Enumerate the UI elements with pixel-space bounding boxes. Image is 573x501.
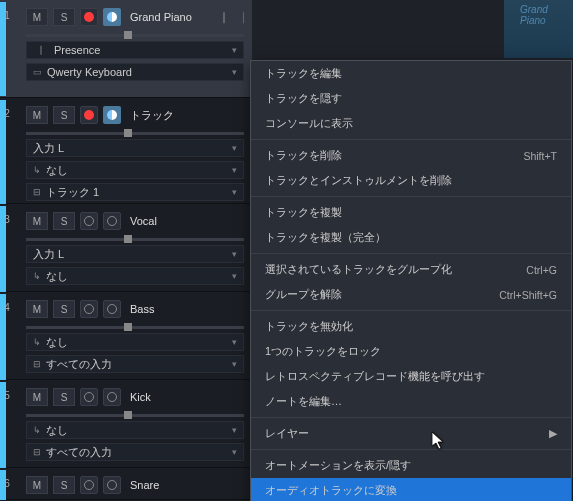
- mute-button[interactable]: M: [26, 388, 48, 406]
- record-icon: [84, 304, 94, 314]
- instrument-dropdown[interactable]: ⎹⎸Presence: [26, 41, 244, 59]
- solo-button[interactable]: S: [53, 300, 75, 318]
- menu-item[interactable]: レイヤー▶: [251, 421, 571, 446]
- menu-item[interactable]: トラックを隠す: [251, 86, 571, 111]
- monitor-button[interactable]: [103, 106, 121, 124]
- volume-slider[interactable]: [26, 238, 244, 241]
- track-name[interactable]: Bass: [130, 303, 154, 315]
- volume-slider[interactable]: [26, 132, 244, 135]
- solo-button[interactable]: S: [53, 8, 75, 26]
- record-icon: [84, 392, 94, 402]
- mute-button[interactable]: M: [26, 476, 48, 494]
- track-2[interactable]: 2 M S トラック 入力 L ↳なし ⊟トラック 1: [0, 98, 252, 204]
- record-arm-button[interactable]: [80, 212, 98, 230]
- mute-button[interactable]: M: [26, 8, 48, 26]
- menu-label: ノートを編集…: [265, 394, 342, 409]
- input-dropdown[interactable]: ▭Qwerty Keyboard: [26, 63, 244, 81]
- track-name[interactable]: Kick: [130, 391, 151, 403]
- input-dropdown[interactable]: ⊟すべての入力: [26, 443, 244, 461]
- menu-item[interactable]: トラックを削除Shift+T: [251, 143, 571, 168]
- menu-item[interactable]: コンソールに表示: [251, 111, 571, 136]
- menu-item: グループを解除Ctrl+Shift+G: [251, 282, 571, 307]
- menu-item[interactable]: オーディオトラックに変換: [251, 478, 571, 501]
- menu-item[interactable]: オートメーションを表示/隠す: [251, 453, 571, 478]
- slider-thumb[interactable]: [124, 235, 132, 243]
- track-name[interactable]: トラック: [130, 108, 174, 123]
- track-number: 3: [0, 206, 14, 225]
- volume-slider[interactable]: [26, 414, 244, 417]
- mute-button[interactable]: M: [26, 300, 48, 318]
- mute-button[interactable]: M: [26, 106, 48, 124]
- volume-slider[interactable]: [26, 326, 244, 329]
- output-dropdown[interactable]: ↳なし: [26, 161, 244, 179]
- solo-button[interactable]: S: [53, 212, 75, 230]
- track-4[interactable]: 4 M S Bass ↳なし ⊟すべての入力: [0, 292, 252, 380]
- route-dropdown[interactable]: ⊟トラック 1: [26, 183, 244, 201]
- track-6[interactable]: 6 M S Snare: [0, 468, 252, 500]
- monitor-button[interactable]: [103, 8, 121, 26]
- mute-button[interactable]: M: [26, 212, 48, 230]
- send-icon: ↳: [33, 337, 41, 347]
- output-dropdown[interactable]: ↳なし: [26, 333, 244, 351]
- menu-item[interactable]: トラックを編集: [251, 61, 571, 86]
- record-arm-button[interactable]: [80, 476, 98, 494]
- menu-item[interactable]: トラックを無効化: [251, 314, 571, 339]
- solo-button[interactable]: S: [53, 476, 75, 494]
- slider-thumb[interactable]: [124, 129, 132, 137]
- track-name[interactable]: Grand Piano: [130, 11, 192, 23]
- monitor-icon: [107, 216, 117, 226]
- midi-clip[interactable]: [504, 0, 573, 58]
- route-icon: ⊟: [33, 447, 41, 457]
- instrument-icon[interactable]: ⎹⎸⎹: [214, 11, 244, 24]
- menu-shortcut: Ctrl+G: [526, 264, 557, 276]
- menu-item[interactable]: 選択されているトラックをグループ化Ctrl+G: [251, 257, 571, 282]
- track-3[interactable]: 3 M S Vocal 入力 L ↳なし: [0, 204, 252, 292]
- monitor-icon: [107, 12, 117, 22]
- track-name[interactable]: Snare: [130, 479, 159, 491]
- output-dropdown[interactable]: ↳なし: [26, 267, 244, 285]
- monitor-button[interactable]: [103, 300, 121, 318]
- menu-label: 1つのトラックをロック: [265, 344, 381, 359]
- record-arm-button[interactable]: [80, 300, 98, 318]
- menu-item[interactable]: ノートを編集…: [251, 389, 571, 414]
- monitor-button[interactable]: [103, 388, 121, 406]
- record-arm-button[interactable]: [80, 8, 98, 26]
- menu-label: 選択されているトラックをグループ化: [265, 262, 452, 277]
- menu-label: オートメーションを表示/隠す: [265, 458, 411, 473]
- monitor-button[interactable]: [103, 476, 121, 494]
- piano-icon: ⎹⎸: [33, 45, 49, 56]
- menu-separator: [251, 417, 571, 418]
- slider-thumb[interactable]: [124, 411, 132, 419]
- menu-item[interactable]: 1つのトラックをロック: [251, 339, 571, 364]
- record-icon: [84, 216, 94, 226]
- track-1[interactable]: 1 M S Grand Piano ⎹⎸⎹ ⎹⎸Presence ▭Qwerty…: [0, 0, 252, 98]
- volume-slider[interactable]: [26, 34, 244, 37]
- slider-thumb[interactable]: [124, 323, 132, 331]
- menu-item[interactable]: トラックを複製: [251, 200, 571, 225]
- menu-separator: [251, 449, 571, 450]
- input-dropdown[interactable]: 入力 L: [26, 139, 244, 157]
- record-arm-button[interactable]: [80, 106, 98, 124]
- solo-button[interactable]: S: [53, 388, 75, 406]
- output-dropdown[interactable]: ↳なし: [26, 421, 244, 439]
- record-arm-button[interactable]: [80, 388, 98, 406]
- menu-item[interactable]: トラックを複製（完全）: [251, 225, 571, 250]
- track-name[interactable]: Vocal: [130, 215, 157, 227]
- menu-label: レイヤー: [265, 426, 309, 441]
- menu-item[interactable]: トラックとインストゥルメントを削除: [251, 168, 571, 193]
- solo-button[interactable]: S: [53, 106, 75, 124]
- send-icon: ↳: [33, 271, 41, 281]
- menu-shortcut: Ctrl+Shift+G: [499, 289, 557, 301]
- monitor-icon: [107, 304, 117, 314]
- menu-label: トラックを隠す: [265, 91, 342, 106]
- record-icon: [84, 480, 94, 490]
- track-5[interactable]: 5 M S Kick ↳なし ⊟すべての入力: [0, 380, 252, 468]
- monitor-button[interactable]: [103, 212, 121, 230]
- input-dropdown[interactable]: 入力 L: [26, 245, 244, 263]
- menu-separator: [251, 139, 571, 140]
- input-dropdown[interactable]: ⊟すべての入力: [26, 355, 244, 373]
- keyboard-icon: ▭: [33, 67, 42, 77]
- menu-label: トラックとインストゥルメントを削除: [265, 173, 452, 188]
- slider-thumb[interactable]: [124, 31, 132, 39]
- menu-label: トラックを削除: [265, 148, 342, 163]
